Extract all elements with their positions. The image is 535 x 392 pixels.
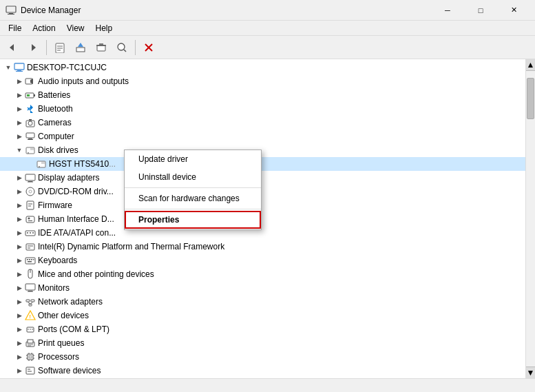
expand-icon-firmware[interactable]: ▶ (14, 200, 25, 211)
svg-marker-3 (10, 44, 14, 51)
computer-label: Computer (38, 132, 74, 141)
firmware-icon (25, 200, 36, 211)
ports-label: Ports (COM & LPT) (38, 324, 109, 334)
context-uninstall-device[interactable]: Uninstall device (125, 168, 261, 186)
tree-processors[interactable]: ▶ Processors (0, 350, 525, 364)
displayadapters-icon (25, 172, 36, 183)
svg-point-54 (27, 232, 28, 234)
context-scan-hardware[interactable]: Scan for hardware changes (125, 189, 261, 207)
expand-icon-softwaredevices[interactable]: ▶ (14, 365, 25, 376)
expand-icon-networkadapters[interactable]: ▶ (14, 296, 25, 307)
tree-dvd[interactable]: ▶ DVD/CD-ROM driv... (0, 185, 525, 198)
tree-cameras[interactable]: ▶ Cameras (0, 116, 525, 130)
tree-computer[interactable]: ▶ Computer (0, 130, 525, 143)
tree-hgst[interactable]: HGST HTS5410... (0, 157, 525, 171)
tree-ports[interactable]: ▶ Ports (COM & LPT) (0, 322, 525, 336)
svg-rect-50 (26, 216, 34, 223)
expand-icon-hid[interactable]: ▶ (14, 214, 25, 225)
scrollbar-up-button[interactable]: ▲ (526, 59, 536, 71)
back-button[interactable] (3, 38, 22, 57)
context-update-driver[interactable]: Update driver (125, 150, 261, 168)
expand-icon-diskdrives[interactable]: ▼ (14, 145, 25, 156)
svg-rect-42 (25, 174, 35, 180)
expand-icon-root[interactable]: ▼ (3, 62, 14, 73)
expand-icon-processors[interactable]: ▶ (14, 351, 25, 362)
expand-icon-cameras[interactable]: ▶ (14, 117, 25, 128)
expand-icon-batteries[interactable]: ▶ (14, 90, 25, 101)
processors-label: Processors (38, 352, 79, 362)
scrollbar-thumb[interactable] (527, 78, 534, 119)
restore-button[interactable]: □ (465, 0, 496, 21)
tree-batteries[interactable]: ▶ Batteries (0, 88, 525, 102)
computer-sub-icon (25, 131, 36, 142)
expand-icon-ports[interactable]: ▶ (14, 324, 25, 335)
tree-ideata[interactable]: ▶ IDE ATA/ATAPI con... (0, 226, 525, 240)
context-properties[interactable]: Properties (125, 211, 261, 229)
svg-line-15 (124, 50, 126, 52)
expand-icon-audio[interactable]: ▶ (14, 76, 25, 87)
dvd-label: DVD/CD-ROM driv... (38, 187, 114, 196)
update-driver-toolbar-button[interactable] (71, 38, 90, 57)
tree-printqueues[interactable]: ▶ Print queues (0, 336, 525, 350)
svg-rect-63 (31, 259, 32, 260)
svg-rect-30 (29, 119, 32, 121)
scan-button[interactable] (112, 38, 132, 57)
delete-button[interactable] (139, 38, 158, 57)
tree-displayadapters[interactable]: ▶ Display adapters (0, 171, 525, 185)
svg-rect-11 (97, 45, 105, 51)
scrollbar-track[interactable] (526, 71, 535, 367)
bluetooth-label: Bluetooth (38, 104, 73, 114)
menu-action[interactable]: Action (27, 22, 61, 34)
tree-mice[interactable]: ▶ Mice and other pointing devices (0, 267, 525, 281)
svg-marker-10 (78, 43, 83, 47)
expand-icon-computer[interactable]: ▶ (14, 131, 25, 142)
svg-rect-31 (26, 133, 34, 138)
expand-icon-ideata[interactable]: ▶ (14, 227, 25, 238)
expand-icon-intel[interactable]: ▶ (14, 241, 25, 252)
expand-icon-displayadapters[interactable]: ▶ (14, 172, 25, 183)
menu-view[interactable]: View (61, 22, 90, 34)
device-tree[interactable]: ▼ DESKTOP-TC1CUJC ▶ Audio inputs and out… (0, 59, 525, 378)
tree-networkadapters[interactable]: ▶ Network adapters (0, 295, 525, 309)
scrollbar-down-button[interactable]: ▼ (526, 367, 536, 378)
expand-icon-monitors[interactable]: ▶ (14, 282, 25, 293)
svg-rect-95 (26, 367, 34, 374)
tree-diskdrives[interactable]: ▼ Disk drives (0, 143, 525, 157)
expand-icon-hgst[interactable] (25, 158, 36, 169)
menu-help[interactable]: Help (90, 22, 118, 34)
tree-firmware[interactable]: ▶ Firmware (0, 198, 525, 212)
tree-otherdevices[interactable]: ▶ ! Other devices (0, 309, 525, 322)
expand-icon-mice[interactable]: ▶ (14, 269, 25, 280)
firmware-label: Firmware (38, 200, 72, 210)
forward-button[interactable] (23, 38, 43, 57)
tree-root[interactable]: ▼ DESKTOP-TC1CUJC (0, 61, 525, 74)
toolbar-separator-2 (135, 40, 136, 55)
diskdrives-label: Disk drives (38, 145, 78, 155)
tree-monitors[interactable]: ▶ Monitors (0, 281, 525, 295)
tree-softwaredevices[interactable]: ▶ Software devices (0, 364, 525, 378)
properties-button[interactable] (50, 38, 70, 57)
tree-keyboards[interactable]: ▶ Keyboards (0, 254, 525, 267)
tree-hid[interactable]: ▶ Human Interface D... (0, 212, 525, 226)
expand-icon-bluetooth[interactable]: ▶ (14, 103, 25, 114)
minimize-button[interactable]: ─ (432, 0, 463, 21)
cameras-icon (25, 117, 36, 128)
svg-rect-0 (6, 6, 16, 12)
tree-sound[interactable]: ▶ Sound, video and game controllers (0, 378, 525, 378)
tree-bluetooth[interactable]: ▶ Bluetooth (0, 102, 525, 116)
hgst-label: HGST HTS5410... (49, 159, 116, 169)
window-title: Device Manager (21, 6, 81, 15)
close-button[interactable]: ✕ (498, 0, 529, 21)
menu-file[interactable]: File (3, 22, 27, 34)
expand-icon-keyboards[interactable]: ▶ (14, 255, 25, 266)
tree-audio[interactable]: ▶ Audio inputs and outputs (0, 74, 525, 88)
expand-icon-printqueues[interactable]: ▶ (14, 338, 25, 349)
cameras-label: Cameras (38, 118, 72, 127)
svg-rect-47 (27, 201, 34, 209)
expand-icon-dvd[interactable]: ▶ (14, 186, 25, 197)
tree-intel[interactable]: ▶ Intel(R) Dynamic Platform and Thermal … (0, 240, 525, 254)
expand-icon-otherdevices[interactable]: ▶ (14, 310, 25, 321)
hid-label: Human Interface D... (38, 214, 114, 224)
svg-text:!: ! (29, 313, 31, 320)
uninstall-button[interactable] (92, 38, 111, 57)
